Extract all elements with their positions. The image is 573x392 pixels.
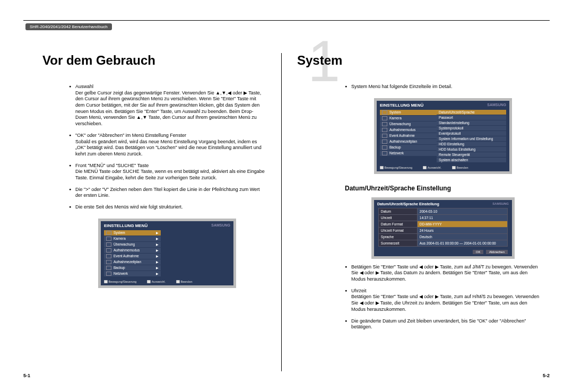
bullet-item: Die ">" oder "V" Zeichen neben dem Titel… [69, 187, 265, 199]
menu-row: Event Aufnahme [380, 133, 437, 138]
menu-item-label: Aufnahmemodus [389, 128, 415, 132]
bullet-body: Die erste Seit des Menüs wird wie folgt … [75, 204, 265, 211]
settings-row: Datum FormatDD-MM-YYYY [378, 221, 507, 227]
menu-row: System abschalten [437, 158, 506, 162]
menu-item-label: Netzwerk [389, 151, 404, 155]
settings-value: Deutsch [417, 233, 507, 240]
menu-item-icon [106, 272, 111, 276]
menu-row: Netzwerk [380, 151, 437, 156]
menu-item-label: Backup [114, 266, 125, 269]
bullet-body: Die MENÜ Taste oder SUCHE Taste, wenn es… [75, 169, 265, 181]
bullet-item: "OK" oder "Abbrechen" im Menü Einstellun… [69, 133, 265, 158]
menu-item-label: Eventprotokoll [439, 132, 461, 135]
bullet-item: Uhrzeit Betätigen Sie "Enter" Taste und … [345, 288, 541, 313]
menu2-right-list: Datum/Uhrzeit/SprachePasswortStandardein… [437, 110, 506, 163]
menu-item-label: System abschalten [439, 158, 468, 162]
menu-item-label: System [114, 231, 125, 234]
bullet-body: Der gelbe Cursor zeigt das gegenwärtige … [75, 90, 265, 127]
page-divider [281, 53, 282, 371]
menu-row: System▶ [104, 230, 161, 236]
settings-label: Datum Format [378, 221, 417, 227]
settings-row: SpracheDeutsch [378, 233, 507, 240]
menu-item-label: Aufnahmezeitplan [114, 260, 141, 264]
left-heading: Vor dem Gebrauch [42, 53, 265, 68]
bullet-item: Front "MENÜ" und "SUCHE" TasteDie MENÜ T… [69, 163, 265, 181]
cancel-button: Abbrechen [486, 250, 508, 254]
menu2-title: EINSTELLUNG MENÜ [380, 103, 423, 108]
settings-value: Aus 2004-01-01 00:00:00 — 2004-01-01 00:… [417, 240, 507, 246]
page-number-right: 5-2 [543, 373, 550, 378]
settings-label: Datum [378, 208, 417, 214]
settings-value: 24 Hours [417, 227, 507, 233]
menu-item-icon [106, 260, 111, 264]
menu-item-label: Aufnahmezeitplan [389, 140, 417, 143]
menu-item-label: Standardeinstellung [439, 121, 469, 125]
settings-row: Uhrzeit14:37:11 [378, 214, 507, 221]
chevron-right-icon: ▶ [156, 266, 159, 269]
menu-row: Eventprotokoll [437, 131, 506, 136]
menu1-item-list: System▶Kamera▶Überwachung▶Aufnahmemodus▶… [104, 230, 161, 277]
header-rule [23, 20, 550, 21]
menu-row: Überwachung▶ [104, 242, 161, 247]
settings-table: Datum2004-03-10Uhrzeit14:37:11Datum Form… [378, 208, 508, 247]
menu-row: Aufnahmemodus▶ [104, 248, 161, 253]
bullet-item: Betätigen Sie "Enter" Taste und ◀ oder ▶… [345, 264, 541, 283]
bullet-item: Die geänderte Datum und Zeit bleiben unv… [345, 318, 541, 330]
left-content: AuswahlDer gelbe Cursor zeigt das gegenw… [69, 84, 265, 288]
samsung-logo: SAMSUNG [211, 223, 230, 227]
menu-item-label: System [389, 110, 401, 114]
menu-item-icon [106, 248, 111, 252]
menu-row: System [380, 110, 437, 115]
settings-value: DD-MM-YYYY [417, 221, 507, 227]
menu-item-icon [382, 145, 387, 150]
settings-row: Datum2004-03-10 [378, 208, 507, 214]
menu-row: Überwachung [380, 121, 437, 127]
menu-item-label: Netzwerk [114, 272, 128, 275]
samsung-logo: SAMSUNG [492, 202, 509, 205]
chevron-right-icon: ▶ [156, 254, 159, 258]
chevron-right-icon: ▶ [156, 260, 159, 264]
settings-label: Uhrzeit Format [378, 227, 417, 233]
menu-row: Event Aufnahme▶ [104, 254, 161, 259]
bullet-body: Die ">" oder "V" Zeichen neben dem Titel… [75, 187, 265, 199]
menu-item-icon [106, 231, 111, 235]
menu-row: Kamera▶ [104, 236, 161, 241]
footer-hint: ⬜ Ausweichl. [423, 166, 441, 169]
menu-item-icon [106, 266, 111, 270]
chevron-right-icon: ▶ [156, 231, 159, 234]
bullet-item: Die erste Seit des Menüs wird wie folgt … [69, 204, 265, 211]
menu-row: Aufnahmezeitplan▶ [104, 259, 161, 265]
header-label: SHR-2040/2041/2042 Benutzerhandbuch [25, 23, 112, 30]
footer-hint: ⬜ Bewegung/Steuerung [380, 166, 412, 169]
menu-screenshot-2: EINSTELLUNG MENÜ SAMSUNG SystemKameraÜbe… [374, 98, 512, 174]
right-intro: System Menü hat folgende Einzelteile im … [351, 84, 453, 89]
menu-item-label: Systemprotokoll [439, 126, 463, 130]
settings-label: Uhrzeit [378, 214, 417, 221]
menu-row: Aufnahmezeitplan [380, 139, 437, 144]
bullet-body: Sobald es geändert wird, wird das neue M… [75, 139, 265, 158]
subheading: Datum/Uhrzeit/Sprache Einstellung [345, 185, 541, 192]
page-number-left: 5-1 [23, 373, 30, 378]
menu-item-icon [382, 128, 387, 132]
bullet-head: "OK" oder "Abbrechen" im Menü Einstellun… [75, 133, 265, 139]
menu1-title: EINSTELLUNG MENÜ [104, 223, 147, 228]
menu-item-label: Kamera [114, 237, 126, 240]
bullet-item: AuswahlDer gelbe Cursor zeigt das gegenw… [69, 84, 265, 127]
settings-row: Uhrzeit Format24 Hours [378, 227, 507, 233]
menu-item-icon [382, 110, 387, 115]
menu-row: Systemprotokoll [437, 126, 506, 130]
menu-item-icon [382, 151, 387, 155]
menu-row: Remote Steuergerät [437, 152, 506, 157]
menu-row: Backup▶ [104, 265, 161, 271]
bullet-head: Front "MENÜ" und "SUCHE" Taste [75, 163, 265, 169]
menu-item-label: Überwachung [389, 122, 411, 126]
settings-label: Sprache [378, 233, 417, 240]
menu-item-label: Backup [389, 145, 401, 149]
menu-item-icon [382, 122, 387, 126]
right-heading: System [297, 53, 541, 68]
settings-label: Sommerzeit [378, 240, 417, 246]
footer-hint: ⬜ Beenden [176, 280, 193, 283]
right-content: System Menü hat folgende Einzelteile im … [345, 84, 541, 174]
menu-row: Datum/Uhrzeit/Sprache [437, 110, 506, 115]
chevron-right-icon: ▶ [156, 248, 159, 252]
